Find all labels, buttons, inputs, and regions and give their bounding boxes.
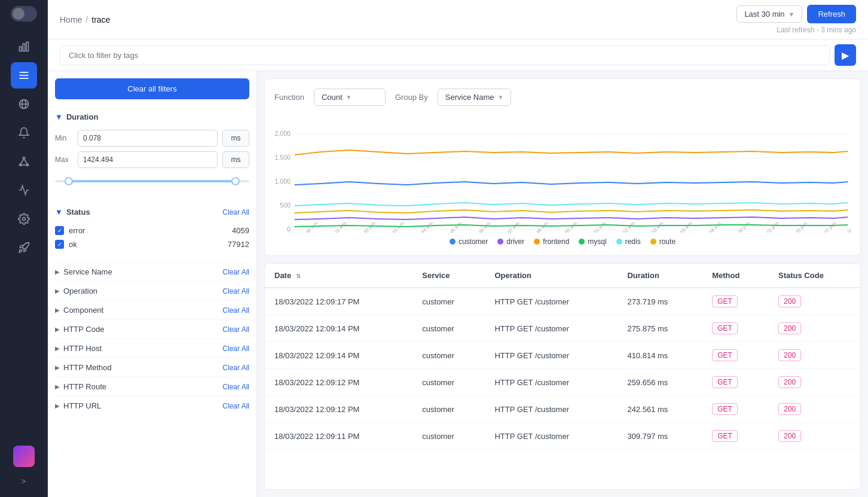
filter-collapsed-http-url[interactable]: ▶ HTTP URL Clear All [55, 396, 249, 415]
sidebar-toggle[interactable] [11, 6, 37, 22]
sidebar-icon-chartline[interactable] [11, 177, 37, 203]
play-icon: ▶ [842, 50, 849, 61]
table-row[interactable]: 18/03/2022 12:09:12 PM customer HTTP GET… [265, 369, 860, 396]
duration-min-row: Min ms [55, 130, 249, 147]
filter-collapsed-component[interactable]: ▶ Component Clear All [55, 300, 249, 319]
svg-text:11:58 a.m.: 11:58 a.m. [704, 219, 723, 233]
legend-label-mysql: mysql [588, 237, 606, 246]
status-code-badge: 200 [778, 430, 801, 442]
status-section-header[interactable]: ▼ Status Clear All [55, 204, 249, 220]
table-row[interactable]: 18/03/2022 12:09:14 PM customer HTTP GET… [265, 315, 860, 342]
filter-collapsed-http-method[interactable]: ▶ HTTP Method Clear All [55, 358, 249, 377]
status-chevron-icon: ▼ [55, 208, 63, 217]
clear-all-filters-button[interactable]: Clear all filters [55, 78, 249, 99]
cell-service: customer [412, 369, 485, 396]
chevron-right-icon: ▶ [55, 288, 60, 294]
sidebar-icon-list[interactable] [11, 62, 37, 89]
cell-operation: HTTP GET /customer [485, 423, 618, 450]
filter-clear-link[interactable]: Clear All [222, 383, 249, 391]
sidebar-icon-bell[interactable] [11, 120, 37, 146]
legend-label-route: route [659, 237, 676, 246]
topbar-right: Last 30 min ▼ Refresh Last refresh - 3 m… [736, 5, 856, 34]
svg-text:12:00 p.m.: 12:00 p.m. [732, 219, 751, 233]
table-row[interactable]: 18/03/2022 12:09:17 PM customer HTTP GET… [265, 288, 860, 315]
breadcrumb-home[interactable]: Home [60, 15, 82, 25]
cell-operation: HTTP GET /customer [485, 315, 618, 342]
duration-max-input[interactable] [78, 151, 218, 168]
filter-clear-link[interactable]: Clear All [222, 344, 249, 353]
duration-min-input[interactable] [78, 130, 218, 147]
results-table: Date ⇅ Service Operation Duration Method… [265, 264, 860, 450]
chart-controls: Function Count ▼ Group By Service Name ▼ [274, 89, 851, 106]
duration-max-label: Max [55, 155, 73, 164]
run-query-button[interactable]: ▶ [835, 44, 856, 66]
avatar[interactable] [13, 446, 35, 467]
cell-operation: HTTP GET /customer [485, 342, 618, 369]
cell-service: customer [412, 288, 485, 315]
cell-date: 18/03/2022 12:09:12 PM [265, 396, 412, 423]
filter-clear-link[interactable]: Clear All [222, 268, 249, 276]
filter-clear-link[interactable]: Clear All [222, 306, 249, 315]
cell-method: GET [702, 315, 769, 342]
legend-label-driver: driver [506, 237, 524, 246]
sidebar-expand-btn[interactable]: > [14, 472, 33, 491]
svg-line-12 [20, 159, 24, 164]
groupby-value: Service Name [445, 93, 494, 102]
sidebar-icon-barchart[interactable] [11, 33, 37, 60]
topbar-controls: Last 30 min ▼ Refresh [736, 5, 856, 23]
legend-dot-redis [616, 239, 622, 245]
breadcrumb-separator: / [85, 15, 88, 25]
cell-service: customer [412, 423, 485, 450]
col-header-date[interactable]: Date ⇅ [265, 264, 412, 288]
filter-collapsed-service-name[interactable]: ▶ Service Name Clear All [55, 262, 249, 281]
filter-clear-link[interactable]: Clear All [222, 325, 249, 334]
col-header-duration: Duration [618, 264, 702, 288]
cell-duration: 273.719 ms [618, 288, 702, 315]
cell-operation: HTTP GET /customer [485, 288, 618, 315]
slider-thumb-left[interactable] [65, 177, 73, 185]
sidebar-icon-globe[interactable] [11, 91, 37, 117]
status-ok-checkbox[interactable]: ✓ [55, 240, 64, 249]
cell-status: 200 [769, 423, 860, 450]
status-clear-all-link[interactable]: Clear All [222, 208, 249, 217]
legend-frontend: frontend [534, 237, 569, 246]
filter-collapsed-http-code[interactable]: ▶ HTTP Code Clear All [55, 319, 249, 339]
table-row[interactable]: 18/03/2022 12:09:12 PM customer HTTP GET… [265, 396, 860, 423]
legend-dot-mysql [579, 239, 585, 245]
table-row[interactable]: 18/03/2022 12:09:14 PM customer HTTP GET… [265, 342, 860, 369]
filter-clear-link[interactable]: Clear All [222, 364, 249, 372]
sidebar-icon-gear[interactable] [11, 206, 37, 232]
filter-clear-link[interactable]: Clear All [222, 287, 249, 295]
function-select[interactable]: Count ▼ [314, 89, 386, 106]
status-code-badge: 200 [778, 295, 801, 307]
tag-filter-input[interactable] [60, 45, 830, 65]
sidebar-icon-rocket[interactable] [11, 234, 37, 261]
cell-status: 200 [769, 396, 860, 423]
filter-clear-link[interactable]: Clear All [222, 402, 249, 410]
groupby-select[interactable]: Service Name ▼ [438, 89, 512, 106]
cell-duration: 242.561 ms [618, 396, 702, 423]
chart-svg: 0 500 1,000 1,500 2,000 11:40 a.m. 1 [274, 113, 851, 233]
trace-chart: 0 500 1,000 1,500 2,000 11:40 a.m. 1 [274, 113, 851, 233]
filter-section-label: HTTP URL [63, 401, 219, 410]
svg-rect-2 [26, 42, 28, 51]
cell-method: GET [702, 369, 769, 396]
slider-thumb-right[interactable] [231, 177, 240, 185]
table-row[interactable]: 18/03/2022 12:09:11 PM customer HTTP GET… [265, 423, 860, 450]
col-header-operation: Operation [485, 264, 618, 288]
breadcrumb-current: trace [91, 15, 110, 25]
duration-range-slider[interactable] [55, 173, 249, 192]
filter-collapsed-operation[interactable]: ▶ Operation Clear All [55, 281, 249, 300]
time-selector[interactable]: Last 30 min ▼ [736, 5, 802, 23]
cell-method: GET [702, 342, 769, 369]
duration-section-header[interactable]: ▼ Duration [55, 109, 249, 125]
filter-collapsed-http-host[interactable]: ▶ HTTP Host Clear All [55, 339, 249, 358]
slider-track [55, 180, 249, 182]
refresh-button[interactable]: Refresh [807, 5, 856, 23]
filter-section-label: Service Name [63, 267, 219, 276]
legend-driver: driver [497, 237, 524, 246]
cell-operation: HTTP GET /customer [485, 369, 618, 396]
filter-collapsed-http-route[interactable]: ▶ HTTP Route Clear All [55, 377, 249, 396]
sidebar-icon-nodes[interactable] [11, 148, 37, 175]
status-error-checkbox[interactable]: ✓ [55, 226, 64, 235]
